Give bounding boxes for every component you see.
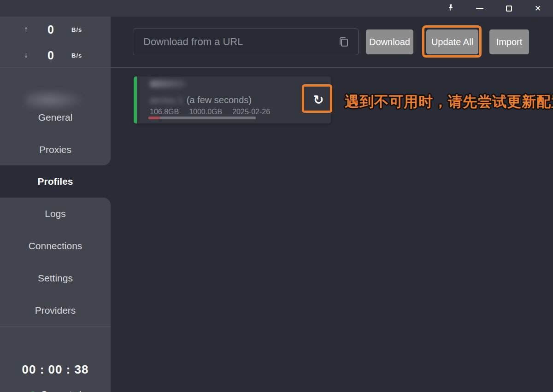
upload-speed-unit: B/s: [71, 26, 82, 33]
sidebar-item-providers[interactable]: Providers: [0, 294, 111, 327]
refresh-profile-button[interactable]: ↻: [307, 88, 329, 111]
toolbar-divider: [0, 67, 553, 68]
profile-stats: 106.8GB 1000.0GB 2025-02-26: [150, 108, 270, 116]
sidebar-item-settings[interactable]: Settings: [0, 262, 111, 294]
sidebar-item-general[interactable]: General: [0, 101, 111, 134]
url-input[interactable]: [133, 29, 359, 55]
minimize-icon: [476, 8, 483, 9]
profile-progress-bar: [148, 117, 256, 119]
sidebar-item-logs[interactable]: Logs: [0, 198, 111, 230]
status-label: Connected: [41, 390, 81, 392]
close-icon: ✕: [535, 5, 541, 12]
download-speed: ↓ 0 B/s: [0, 48, 111, 62]
profile-total: 1000.0GB: [189, 108, 222, 116]
profile-name-row: airclou 1 (a few seconds): [150, 95, 252, 105]
connection-timer: 00 : 00 : 38: [0, 363, 111, 377]
download-arrow-icon: ↓: [24, 51, 28, 60]
titlebar: ✕: [0, 0, 553, 17]
annotation-text: 遇到不可用时，请先尝试更新配置: [345, 92, 553, 111]
maximize-button[interactable]: [498, 0, 519, 17]
upload-arrow-icon: ↑: [24, 25, 28, 34]
pin-icon: [447, 4, 455, 13]
download-button[interactable]: Download: [366, 29, 413, 54]
download-speed-value: 0: [36, 49, 65, 62]
profile-progress-fill: [148, 117, 160, 119]
refresh-icon: ↻: [313, 93, 324, 107]
redacted-profile-name: airclou 1: [150, 95, 183, 105]
close-button[interactable]: ✕: [527, 0, 548, 17]
update-all-button[interactable]: Update All: [426, 29, 478, 54]
upload-speed-value: 0: [36, 23, 65, 36]
profile-card[interactable]: airclou 1 (a few seconds) 106.8GB 1000.0…: [134, 76, 331, 123]
connection-status: Connected: [0, 390, 111, 392]
sidebar-item-connections[interactable]: Connections: [0, 230, 111, 262]
upload-speed: ↑ 0 B/s: [0, 23, 111, 36]
profile-used: 106.8GB: [150, 108, 179, 116]
sidebar: ↑ 0 B/s ↓ 0 B/s General Proxies Profiles…: [0, 17, 111, 392]
sidebar-item-profiles[interactable]: Profiles: [0, 165, 111, 198]
minimize-button[interactable]: [469, 0, 490, 17]
profile-updated-ago: (a few seconds): [187, 95, 252, 105]
profile-expiry: 2025-02-26: [232, 108, 270, 116]
maximize-icon: [506, 6, 512, 12]
sidebar-item-proxies[interactable]: Proxies: [0, 134, 111, 166]
redacted-profile-title: [150, 80, 186, 88]
sidebar-footer-block: [0, 327, 111, 392]
download-speed-unit: B/s: [71, 52, 82, 59]
pin-button[interactable]: [440, 0, 461, 17]
copy-icon[interactable]: [337, 35, 350, 48]
import-button[interactable]: Import: [489, 29, 529, 54]
